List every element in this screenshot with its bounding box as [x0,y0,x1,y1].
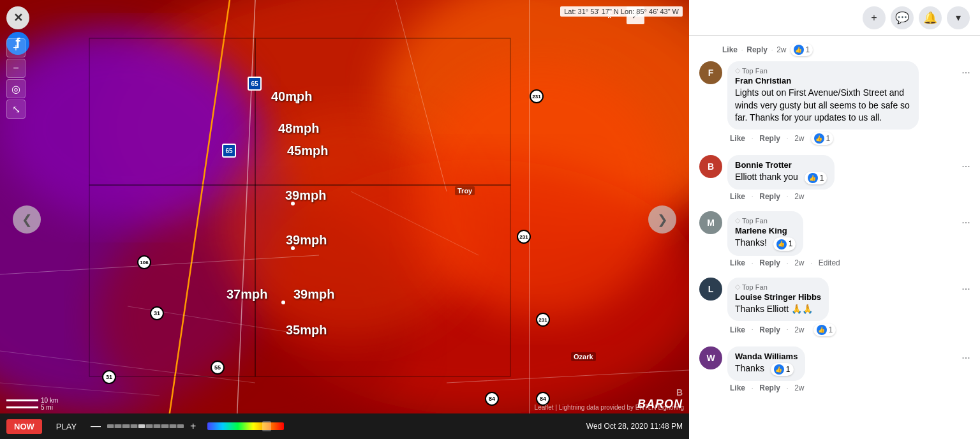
comment-body-louise: ◇ Top Fan Louise Stringer Hibbs Thanks E… [727,278,970,336]
comment-text-bonnie: Elliott thank you 👍 1 [735,171,827,185]
comment-body-wanda: Wanda Williams Thanks 👍 1 Like · Reply ·… [727,346,970,393]
map-coordinates: Lat: 31° 53' 17" N Lon: 85° 46' 43" W [560,6,683,17]
facebook-panel: + 💬 🔔 ▾ Like · Reply · 2w 👍 1 F [689,0,980,439]
like-count-louise: 1 [829,325,833,334]
comment-actions-wanda: Like · Reply · 2w [730,383,970,392]
reply-action-louise[interactable]: Reply [759,325,780,334]
location-button[interactable]: ◎ [6,79,26,98]
reply-action-top[interactable]: Reply [746,45,768,54]
top-fan-badge-marlene: ◇ Top Fan [735,216,796,225]
more-button-louise[interactable]: ··· [957,280,975,298]
playback-bar[interactable] [107,424,184,428]
map-panel: ✕ f + − ◎ ⤡ 🏷 ↗ Lat: 31° 53' 17" N Lon: … [0,0,689,439]
plus-icon: + [871,12,877,24]
zoom-in-button[interactable]: + [6,38,26,57]
baron-logo: B BARON [637,387,683,411]
inline-like-marlene: 👍 1 [773,237,796,251]
comment-text-fran: Lights out on First Avenue/Sixth Street … [735,87,911,124]
color-indicator [262,421,271,431]
comment-bubble-marlene: ◇ Top Fan Marlene King Thanks! 👍 1 [727,211,803,256]
comment-text-wanda: Thanks 👍 1 [735,362,798,376]
like-action-wanda[interactable]: Like [730,383,745,392]
avatar-bonnie: B [699,155,722,178]
map-scale: 10 km 5 mi [6,397,58,411]
like-bubble-louise: 👍 1 [813,324,836,336]
comment-wanda: W Wanda Williams Thanks 👍 1 Like · Reply [689,341,980,398]
comment-bubble-wanda: Wanda Williams Thanks 👍 1 [727,346,805,382]
account-menu-button[interactable]: ▾ [947,6,970,29]
time-marlene: 2w [794,258,804,267]
comment-bubble-louise: ◇ Top Fan Louise Stringer Hibbs Thanks E… [727,278,829,321]
commenter-name-marlene[interactable]: Marlene King [735,226,796,235]
reply-action-wanda[interactable]: Reply [759,383,780,392]
like-bubble-fran: 👍 1 [811,132,834,145]
comment-marlene: M ◇ Top Fan Marlene King Thanks! 👍 1 [689,206,980,272]
like-action-louise[interactable]: Like [730,325,745,334]
like-icon-bonnie-inline: 👍 [808,173,818,183]
like-count-top: 1 [806,45,810,54]
like-action-fran[interactable]: Like [730,134,745,143]
time-bonnie: 2w [794,192,804,201]
map-timestamp: Wed Oct 28, 2020 11:48 PM [586,422,683,431]
play-button[interactable]: PLAY [48,419,84,434]
commenter-name-louise[interactable]: Louise Stringer Hibbs [735,292,821,302]
add-button[interactable]: + [863,6,886,29]
like-action-top[interactable]: Like [722,45,738,54]
messenger-icon: 💬 [895,11,909,25]
map-bottom-bar: NOW PLAY — + Wed Oct 28, 2020 11:48 PM [0,413,689,439]
comment-bonnie: B Bonnie Trotter Elliott thank you 👍 1 L… [689,150,980,207]
map-nav-left-button[interactable]: ❮ [13,205,41,234]
commenter-name-wanda[interactable]: Wanda Williams [735,352,798,361]
comment-text-louise: Thanks Elliott 🙏🙏 [735,303,821,316]
comment-actions-bonnie: Like · Reply · 2w [730,192,970,201]
diamond-icon-marlene: ◇ [735,216,740,225]
avatar-fran: F [699,61,722,84]
reply-action-marlene[interactable]: Reply [759,258,780,267]
time-wanda: 2w [794,383,804,392]
bell-icon: 🔔 [923,11,937,25]
now-button[interactable]: NOW [6,419,42,434]
time-fran: 2w [794,134,804,143]
fb-topbar: + 💬 🔔 ▾ [689,0,980,36]
reply-action-bonnie[interactable]: Reply [759,192,780,201]
comment-actions-fran: Like · Reply · 2w 👍 1 [730,132,970,145]
more-button-wanda[interactable]: ··· [957,349,975,367]
like-action-bonnie[interactable]: Like [730,192,745,201]
like-icon-wanda-inline: 👍 [774,364,784,375]
comment-actions-louise: Like · Reply · 2w 👍 1 [730,324,970,336]
commenter-name-bonnie[interactable]: Bonnie Trotter [735,160,827,170]
svg-point-8 [415,64,670,319]
color-scale-bar [207,422,284,430]
more-button-marlene[interactable]: ··· [957,214,975,232]
playback-minus-button[interactable]: — [91,420,101,432]
like-bubble-top: 👍 1 [791,43,813,56]
playback-plus-button[interactable]: + [190,420,196,432]
zoom-out-button[interactable]: − [6,59,26,78]
fullscreen-button[interactable]: ⤡ [6,100,26,119]
comments-feed: Like · Reply · 2w 👍 1 F ◇ Top Fan Fran C… [689,36,980,439]
reply-action-fran[interactable]: Reply [759,134,780,143]
notifications-button[interactable]: 🔔 [919,6,942,29]
comment-bubble-fran: ◇ Top Fan Fran Christian Lights out on F… [727,61,919,130]
comment-actions-marlene: Like · Reply · 2w · Edited [730,258,970,267]
top-fan-label-fran: Top Fan [742,67,768,75]
comment-fran: F ◇ Top Fan Fran Christian Lights out on… [689,56,980,150]
more-button-bonnie[interactable]: ··· [957,158,975,175]
like-icon-louise: 👍 [817,325,827,335]
avatar-marlene: M [699,211,722,234]
comment-body-marlene: ◇ Top Fan Marlene King Thanks! 👍 1 Like … [727,211,970,267]
caret-down-icon: ▾ [956,11,961,24]
commenter-name-fran[interactable]: Fran Christian [735,76,911,86]
map-nav-right-button[interactable]: ❯ [648,205,676,234]
like-action-marlene[interactable]: Like [730,258,745,267]
diamond-icon-louise: ◇ [735,283,740,291]
messenger-button[interactable]: 💬 [891,6,914,29]
more-button-fran[interactable]: ··· [957,64,975,82]
inline-like-wanda: 👍 1 [771,363,794,376]
close-button[interactable]: ✕ [6,6,29,29]
like-icon-top: 👍 [794,45,804,55]
top-fan-badge-fran: ◇ Top Fan [735,66,911,75]
like-icon-marlene-inline: 👍 [776,239,787,249]
map-background [0,0,689,439]
time-louise: 2w [794,325,804,334]
